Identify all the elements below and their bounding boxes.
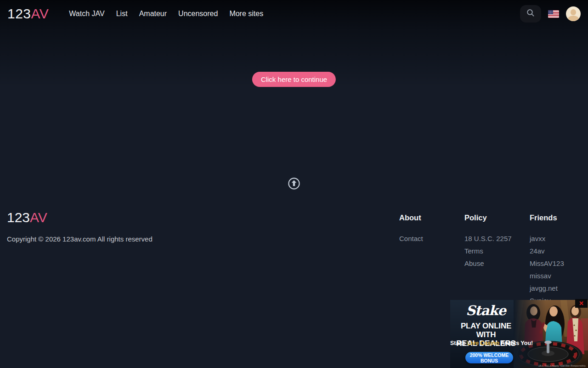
- nav-links: Watch JAV List Amateur Uncensored More s…: [69, 10, 263, 18]
- nav-item-watch-jav[interactable]: Watch JAV: [69, 10, 104, 18]
- footer-logo-accent: AV: [30, 210, 47, 225]
- footer-link-javgg[interactable]: javgg.net: [530, 284, 588, 293]
- ad-banner[interactable]: Stake PLAY ONLINE WITH REAL DEALERS Stak…: [450, 300, 588, 368]
- footer-logo[interactable]: 123AV: [7, 210, 47, 225]
- footer-logo-prefix: 123: [7, 210, 30, 225]
- nav-item-uncensored[interactable]: Uncensored: [178, 10, 218, 18]
- navbar: 123AV Watch JAV List Amateur Uncensored …: [0, 0, 588, 28]
- footer-link-terms[interactable]: Terms: [464, 247, 529, 255]
- footer-link-abuse[interactable]: Abuse: [464, 259, 529, 268]
- ad-subline: Stake Live Casino Awaits You!: [450, 340, 522, 346]
- footer-column-policy: Policy 18 U.S.C. 2257 Terms Abuse: [464, 213, 529, 272]
- nav-item-list[interactable]: List: [116, 10, 128, 18]
- footer-column-title: Policy: [464, 213, 529, 222]
- footer-column-title: Friends: [530, 213, 588, 222]
- footer-link-24av[interactable]: 24av: [530, 247, 588, 255]
- footer-column-about: About Contact: [399, 213, 464, 247]
- navbar-right: [520, 5, 581, 23]
- footer-column-title: About: [399, 213, 464, 222]
- footer-link-contact[interactable]: Contact: [399, 235, 464, 243]
- stake-logo: Stake: [450, 303, 521, 318]
- ad-disclaimer: 18+, T&Cs Apply. Gamble Responsibly.: [538, 364, 586, 367]
- footer-link-missav123[interactable]: MissAV123: [530, 259, 588, 268]
- ad-subline-prefix: Stake: [450, 340, 467, 346]
- site-logo[interactable]: 123AV: [7, 6, 49, 22]
- footer-link-javxx[interactable]: javxx: [530, 235, 588, 243]
- search-icon: [526, 9, 535, 19]
- ad-subline-suffix: Awaits You!: [499, 340, 533, 346]
- ad-subline-highlight: Live Casino: [467, 340, 499, 346]
- ad-headline-line1: PLAY ONLINE WITH: [461, 322, 511, 339]
- ad-text: Stake PLAY ONLINE WITH REAL DEALERS Stak…: [450, 300, 588, 368]
- ad-close-button[interactable]: ✕: [575, 299, 588, 308]
- scroll-top-button[interactable]: [288, 177, 300, 190]
- nav-item-more-sites[interactable]: More sites: [229, 10, 263, 18]
- continue-button[interactable]: Click here to continue: [252, 72, 336, 87]
- footer-column-friends: Friends javxx 24av MissAV123 missav javg…: [530, 213, 588, 309]
- us-flag-icon[interactable]: [548, 10, 559, 18]
- ad-bonus-button[interactable]: 200% WELCOME BONUS: [465, 352, 513, 363]
- page: 123AV Watch JAV List Amateur Uncensored …: [0, 0, 588, 368]
- footer-link-missav[interactable]: missav: [530, 272, 588, 280]
- logo-prefix: 123: [7, 6, 31, 21]
- search-button[interactable]: [520, 5, 541, 23]
- footer-link-2257[interactable]: 18 U.S.C. 2257: [464, 235, 529, 243]
- user-avatar[interactable]: [566, 6, 581, 21]
- nav-item-amateur[interactable]: Amateur: [139, 10, 167, 18]
- copyright-text: Copyright © 2026 123av.com All rights re…: [7, 235, 153, 243]
- logo-accent: AV: [31, 6, 49, 21]
- arrow-up-circle-icon: [288, 184, 300, 191]
